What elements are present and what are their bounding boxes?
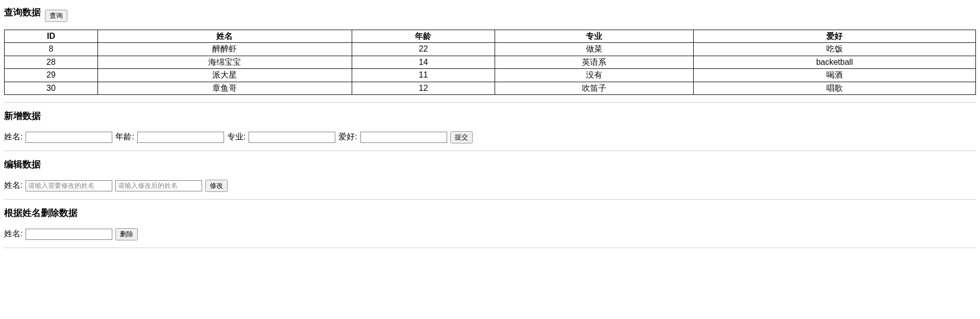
delete-name-label: 姓名: — [4, 229, 22, 239]
edit-title: 编辑数据 — [4, 158, 976, 170]
table-cell: 12 — [352, 82, 495, 94]
edit-section: 编辑数据 姓名: 修改 — [4, 158, 976, 192]
add-name-label: 姓名: — [4, 132, 22, 142]
table-cell: 28 — [5, 56, 98, 68]
query-title: 查询数据 — [4, 6, 41, 18]
table-cell: 唱歌 — [693, 82, 975, 94]
edit-name-label: 姓名: — [4, 180, 22, 191]
add-age-label: 年龄: — [115, 132, 134, 142]
query-section: 查询数据 查询 ID姓名年龄专业爱好 8醉醉虾22做菜吃饭28海绵宝宝14英语系… — [4, 6, 976, 95]
edit-new-name-input[interactable] — [115, 180, 202, 191]
add-title: 新增数据 — [4, 110, 976, 122]
table-header-cell: 姓名 — [97, 30, 352, 43]
table-header-cell: 专业 — [495, 30, 693, 43]
table-header-cell: ID — [5, 30, 98, 43]
add-name-input[interactable] — [26, 132, 112, 143]
add-major-input[interactable] — [249, 132, 335, 143]
table-body: 8醉醉虾22做菜吃饭28海绵宝宝14英语系backetball29派大星11没有… — [5, 43, 976, 95]
divider — [4, 199, 976, 200]
table-cell: 章鱼哥 — [97, 82, 352, 94]
divider — [4, 151, 976, 151]
table-cell: 吃饭 — [693, 43, 975, 56]
table-cell: 30 — [5, 82, 98, 94]
table-cell: 没有 — [495, 69, 693, 82]
data-table: ID姓名年龄专业爱好 8醉醉虾22做菜吃饭28海绵宝宝14英语系backetba… — [4, 30, 976, 95]
add-major-label: 专业: — [227, 132, 246, 142]
delete-submit-button[interactable]: 删除 — [115, 228, 138, 240]
table-row: 8醉醉虾22做菜吃饭 — [5, 43, 976, 56]
table-cell: 吹笛子 — [495, 82, 693, 94]
divider — [4, 248, 976, 248]
delete-name-input[interactable] — [26, 229, 112, 240]
query-button[interactable]: 查询 — [45, 10, 67, 22]
table-cell: 喝酒 — [693, 69, 975, 82]
add-section: 新增数据 姓名: 年龄: 专业: 爱好: 提交 — [4, 110, 976, 143]
table-cell: 做菜 — [495, 43, 693, 56]
table-cell: 醉醉虾 — [97, 43, 352, 56]
table-header-row: ID姓名年龄专业爱好 — [5, 30, 976, 43]
table-cell: 海绵宝宝 — [97, 56, 352, 68]
table-cell: backetball — [693, 56, 975, 68]
delete-title: 根据姓名删除数据 — [4, 207, 976, 219]
table-cell: 29 — [5, 69, 98, 82]
table-cell: 11 — [352, 69, 495, 82]
table-cell: 14 — [352, 56, 495, 68]
table-cell: 22 — [352, 43, 495, 56]
add-age-input[interactable] — [137, 132, 224, 143]
table-header-cell: 年龄 — [352, 30, 495, 43]
edit-submit-button[interactable]: 修改 — [205, 180, 228, 192]
add-hobby-label: 爱好: — [338, 132, 357, 142]
table-header-cell: 爱好 — [693, 30, 975, 43]
edit-old-name-input[interactable] — [26, 180, 112, 191]
table-cell: 8 — [5, 43, 98, 56]
table-row: 29派大星11没有喝酒 — [5, 69, 976, 82]
table-cell: 派大星 — [97, 69, 352, 82]
add-submit-button[interactable]: 提交 — [450, 131, 473, 143]
divider — [4, 102, 976, 103]
table-row: 30章鱼哥12吹笛子唱歌 — [5, 82, 976, 94]
table-cell: 英语系 — [495, 56, 693, 68]
table-row: 28海绵宝宝14英语系backetball — [5, 56, 976, 68]
delete-section: 根据姓名删除数据 姓名: 删除 — [4, 207, 976, 240]
add-hobby-input[interactable] — [360, 132, 447, 143]
